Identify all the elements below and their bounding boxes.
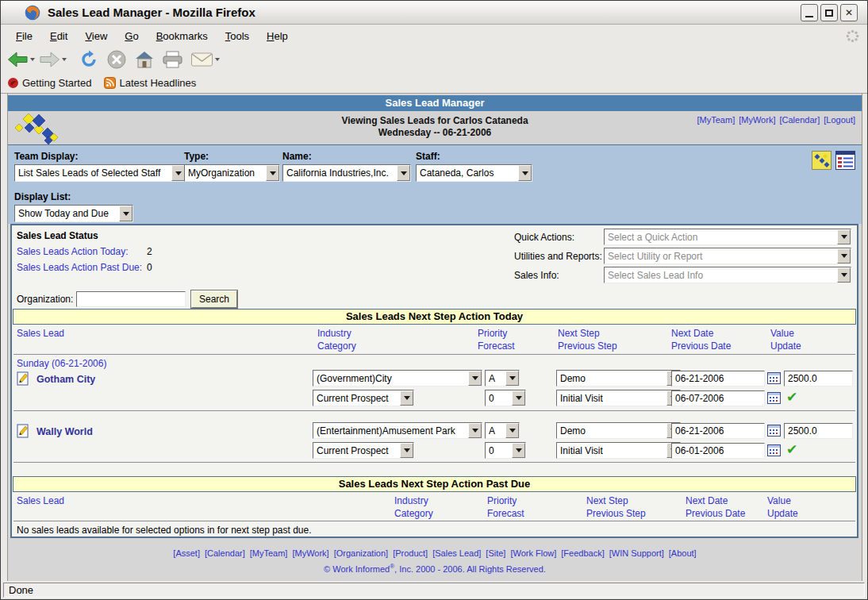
stop-button[interactable]	[106, 48, 127, 70]
dropdown-arrow-icon	[171, 165, 185, 181]
col-value: Value	[767, 495, 791, 506]
sales-leads-past-due-count: 0	[147, 262, 152, 273]
past-due-table-title: Sales Leads Next Step Action Past Due	[13, 476, 856, 492]
col-category: Category	[317, 340, 356, 352]
industry-select[interactable]: (Government)City	[313, 370, 482, 387]
print-button[interactable]	[162, 48, 183, 70]
team-view-icon[interactable]	[812, 151, 832, 170]
dropdown-arrow-icon	[266, 165, 279, 181]
footer-link-site[interactable]: [Site]	[486, 548, 505, 558]
dropdown-arrow-icon	[400, 390, 413, 406]
value-input[interactable]	[784, 423, 853, 439]
col-next-date: Next Date	[686, 495, 728, 506]
sales-leads-past-due-link[interactable]: Sales Leads Action Past Due:	[17, 262, 142, 273]
bookmark-latest-headlines[interactable]: Latest Headlines	[104, 77, 196, 89]
type-select[interactable]: MyOrganization	[184, 164, 280, 182]
col-previous-date: Previous Date	[671, 340, 731, 352]
footer-link-calendar[interactable]: [Calendar]	[205, 548, 245, 558]
col-forecast: Forecast	[487, 508, 524, 519]
update-check-icon[interactable]: ✔	[786, 390, 797, 404]
throbber-icon	[846, 29, 859, 43]
forecast-select[interactable]: 0	[485, 442, 526, 459]
name-select[interactable]: California Industries,Inc.	[282, 164, 411, 182]
footer-link-sales-lead[interactable]: [Sales Lead]	[432, 548, 481, 558]
utilities-select[interactable]: Select Utility or Report	[604, 248, 851, 264]
menu-file[interactable]: File	[7, 27, 41, 45]
staff-select[interactable]: Cataneda, Carlos	[416, 164, 532, 182]
next-date-input[interactable]	[671, 371, 765, 387]
next-step-select[interactable]: Demo	[556, 422, 681, 439]
header-link-calendar[interactable]: [Calendar]	[779, 115, 820, 125]
dropdown-arrow-icon	[512, 443, 525, 458]
edit-lead-icon[interactable]	[17, 371, 29, 386]
reload-button[interactable]	[79, 48, 99, 70]
col-previous-step: Previous Step	[586, 508, 646, 519]
mail-button[interactable]	[190, 48, 220, 70]
staff-label: Staff:	[416, 151, 440, 162]
lead-name-link[interactable]: Gotham City	[36, 374, 95, 385]
home-button[interactable]	[134, 48, 155, 70]
calendar-icon[interactable]	[767, 424, 781, 437]
sales-info-select[interactable]: Select Sales Lead Info	[604, 267, 851, 283]
industry-select[interactable]: (Entertainment)Amusement Park	[313, 422, 482, 439]
header-link-logout[interactable]: [Logout]	[824, 115, 855, 125]
header-link-mywork[interactable]: [MyWork]	[739, 115, 775, 125]
priority-select[interactable]: A	[485, 370, 520, 387]
footer-link-product[interactable]: [Product]	[393, 548, 428, 558]
footer-link-organization[interactable]: [Organization]	[334, 548, 388, 558]
close-button[interactable]: ✕	[840, 4, 858, 21]
back-button[interactable]	[7, 48, 35, 70]
window-title: Sales Lead Manager - Mozilla Firefox	[48, 6, 255, 19]
menu-view[interactable]: View	[76, 27, 116, 45]
footer-link-work-flow[interactable]: [Work Flow]	[510, 548, 556, 558]
menu-edit[interactable]: Edit	[41, 27, 76, 45]
previous-step-select[interactable]: Initial Visit	[556, 390, 681, 406]
priority-select[interactable]: A	[485, 422, 520, 439]
calendar-icon[interactable]	[767, 444, 781, 457]
footer-link-win-support[interactable]: [WIN Support]	[609, 548, 664, 558]
organization-input[interactable]	[76, 291, 186, 307]
footer-link-feedback[interactable]: [Feedback]	[561, 548, 604, 558]
edit-lead-icon[interactable]	[17, 423, 29, 438]
bookmark-getting-started[interactable]: Getting Started	[7, 77, 91, 89]
dropdown-arrow-icon	[837, 229, 851, 244]
quick-actions-select[interactable]: Select a Quick Action	[604, 229, 851, 245]
sales-leads-today-link[interactable]: Sales Leads Action Today:	[17, 246, 129, 257]
next-date-input[interactable]	[671, 423, 765, 439]
forecast-select[interactable]: 0	[485, 390, 526, 406]
calendar-icon[interactable]	[767, 371, 781, 385]
minimize-button[interactable]	[801, 4, 818, 21]
footer-link-asset[interactable]: [Asset]	[173, 548, 200, 558]
utilities-label: Utilities and Reports:	[514, 251, 602, 262]
display-list-select[interactable]: Show Today and Due	[14, 205, 133, 222]
footer-link-myteam[interactable]: [MyTeam]	[250, 548, 288, 558]
team-display-select[interactable]: List Sales Leads of Selected Staff	[14, 164, 186, 182]
header-link-myteam[interactable]: [MyTeam]	[697, 115, 735, 125]
previous-step-select[interactable]: Initial Visit	[556, 442, 681, 459]
menu-bookmarks[interactable]: Bookmarks	[148, 27, 217, 45]
next-step-select[interactable]: Demo	[556, 370, 681, 387]
forward-button[interactable]	[39, 48, 67, 70]
menu-tools[interactable]: Tools	[217, 27, 258, 45]
col-forecast: Forecast	[478, 340, 515, 352]
previous-date-input[interactable]	[671, 390, 765, 406]
menu-help[interactable]: Help	[258, 27, 297, 45]
category-select[interactable]: Current Prospect	[313, 390, 414, 406]
list-view-icon[interactable]	[835, 151, 855, 170]
lead-name-link[interactable]: Wally World	[36, 426, 93, 437]
col-category: Category	[394, 508, 433, 519]
filter-area: Team Display: Type: Name: Staff: List Sa…	[8, 144, 862, 224]
value-input[interactable]	[784, 371, 853, 387]
update-check-icon[interactable]: ✔	[786, 443, 797, 456]
menu-bar: FileEditViewGoBookmarksToolsHelp	[1, 25, 867, 46]
maximize-button[interactable]	[820, 4, 838, 21]
category-select[interactable]: Current Prospect	[313, 442, 414, 459]
search-button[interactable]: Search	[191, 290, 237, 308]
team-display-label: Team Display:	[14, 151, 78, 162]
calendar-icon[interactable]	[767, 391, 781, 405]
footer-link-mywork[interactable]: [MyWork]	[292, 548, 328, 558]
menu-go[interactable]: Go	[116, 27, 147, 45]
footer-link-about[interactable]: [About]	[669, 548, 697, 558]
previous-date-input[interactable]	[671, 443, 765, 459]
col-priority: Priority	[487, 495, 517, 506]
